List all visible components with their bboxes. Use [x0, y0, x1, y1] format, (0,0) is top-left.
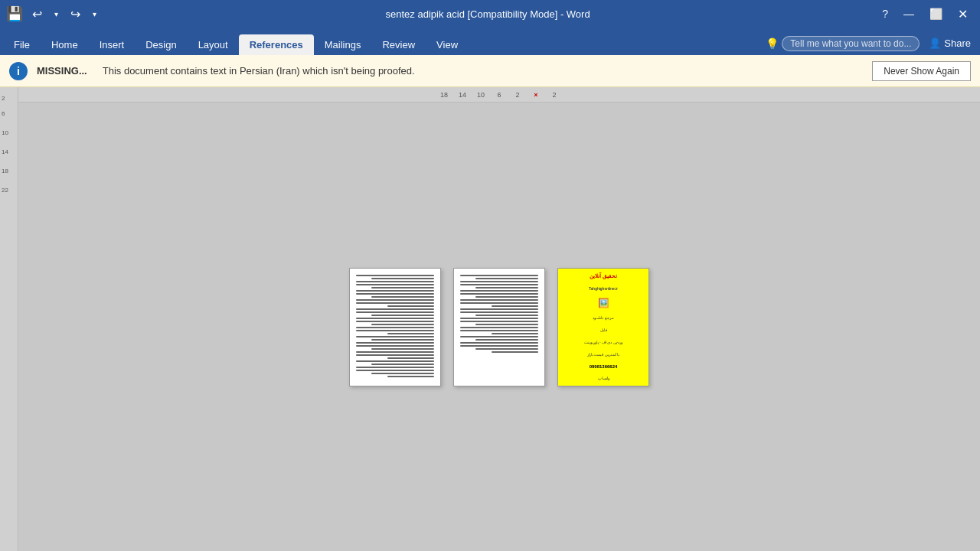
ruler-x: × [527, 91, 545, 99]
ad-title: تحقیق آنلاین [590, 273, 617, 279]
ad-body5: واتساپ [598, 376, 609, 381]
line [475, 324, 538, 325]
ruler-mark-14: 14 [2, 148, 8, 155]
line [356, 290, 434, 292]
ruler-10: 10 [472, 91, 490, 99]
tab-home[interactable]: Home [41, 34, 89, 55]
notification-message: This document contains text in Persian (… [103, 65, 864, 77]
tab-mailings[interactable]: Mailings [314, 34, 372, 55]
line [460, 290, 538, 292]
ruler-mark-18: 18 [2, 168, 8, 174]
restore-button[interactable]: ⬜ [923, 6, 949, 21]
top-ruler: 18 14 10 6 2 × 2 [18, 87, 980, 103]
page-2 [453, 268, 545, 386]
line [356, 284, 434, 285]
line [371, 296, 434, 298]
line [460, 327, 538, 328]
line [475, 287, 538, 289]
line [387, 333, 434, 334]
line [475, 278, 538, 279]
ribbon-tabs: File Home Insert Design Layout Reference… [0, 28, 980, 55]
page-1 [349, 268, 441, 386]
info-icon: i [9, 62, 28, 80]
line [371, 287, 434, 289]
line [356, 327, 434, 328]
line [460, 299, 538, 301]
line [371, 364, 434, 365]
line [460, 321, 538, 322]
ruler-14: 14 [453, 91, 472, 99]
tell-me-input[interactable] [782, 36, 920, 51]
page-2-content [454, 269, 544, 360]
tab-view[interactable]: View [426, 34, 469, 55]
ad-body4: با کمترین قیمت بازار [587, 352, 619, 357]
line [356, 308, 434, 310]
left-ruler: 2 6 10 14 18 22 [0, 87, 18, 551]
line [460, 308, 538, 310]
tab-insert[interactable]: Insert [89, 34, 136, 55]
line [475, 296, 538, 298]
line [356, 293, 434, 295]
line [371, 278, 434, 279]
tab-references[interactable]: References [239, 34, 314, 55]
redo-button[interactable]: ↪ [67, 5, 83, 23]
line [356, 299, 434, 301]
quick-access-dropdown[interactable]: ▾ [90, 8, 100, 20]
ruler-18: 18 [435, 91, 453, 99]
page-3-ad: تحقیق آنلاین Tahghighonline.ir 🖼️ مرجع د… [557, 268, 649, 386]
ruler-2: 2 [508, 91, 527, 99]
ruler-2b: 2 [545, 91, 564, 99]
line [356, 321, 434, 322]
share-button[interactable]: 👤 Share [923, 34, 977, 52]
line [475, 339, 538, 341]
line [460, 275, 538, 276]
ad-body1: مرجع دانلـــود [593, 315, 613, 321]
line [460, 345, 538, 347]
line [460, 311, 538, 313]
close-button[interactable]: ✕ [952, 5, 974, 23]
ruler-mark-2: 2 [2, 95, 5, 102]
tab-layout[interactable]: Layout [188, 34, 239, 55]
line [492, 333, 538, 334]
line [356, 336, 434, 337]
line [356, 311, 434, 313]
undo-button[interactable]: ↩ [29, 5, 45, 23]
line [356, 367, 434, 368]
line [356, 342, 434, 344]
line [356, 370, 434, 371]
line [460, 330, 538, 331]
line [492, 305, 538, 307]
ad-phone: 09981366624 [590, 364, 618, 369]
ruler-mark-10: 10 [2, 129, 8, 136]
line [356, 275, 434, 276]
ad-url: Tahghighonline.ir [589, 286, 618, 291]
line [371, 315, 434, 316]
title-bar-left: 💾 ↩ ▾ ↪ ▾ [6, 5, 100, 23]
tab-review[interactable]: Review [371, 34, 426, 55]
notification-bar: i MISSING... This document contains text… [0, 55, 980, 87]
line [371, 339, 434, 341]
never-show-again-button[interactable]: Never Show Again [872, 61, 971, 81]
tab-file[interactable]: File [3, 34, 41, 55]
page-1-content [350, 269, 440, 385]
title-bar-controls: ? — ⬜ ✕ [876, 5, 974, 23]
main-content: 18 14 10 6 2 × 2 [18, 87, 980, 551]
line [356, 351, 434, 353]
undo-dropdown-button[interactable]: ▾ [51, 8, 61, 20]
title-bar: 💾 ↩ ▾ ↪ ▾ sentez adipik acid [Compatibil… [0, 0, 980, 28]
missing-label: MISSING... [37, 65, 87, 77]
line [371, 324, 434, 325]
ruler-numbers: 18 14 10 6 2 × 2 [435, 91, 564, 99]
ruler-mark-22: 22 [2, 187, 8, 194]
line [460, 284, 538, 285]
pages-row: تحقیق آنلاین Tahghighonline.ir 🖼️ مرجع د… [349, 268, 649, 386]
save-icon[interactable]: 💾 [6, 5, 23, 22]
tab-design[interactable]: Design [135, 34, 187, 55]
line [387, 357, 434, 359]
help-button[interactable]: ? [876, 6, 894, 21]
minimize-button[interactable]: — [897, 6, 920, 21]
ruler-mark-6: 6 [2, 110, 5, 117]
line [460, 318, 538, 319]
ad-image-placeholder: 🖼️ [598, 298, 609, 308]
line [371, 348, 434, 350]
